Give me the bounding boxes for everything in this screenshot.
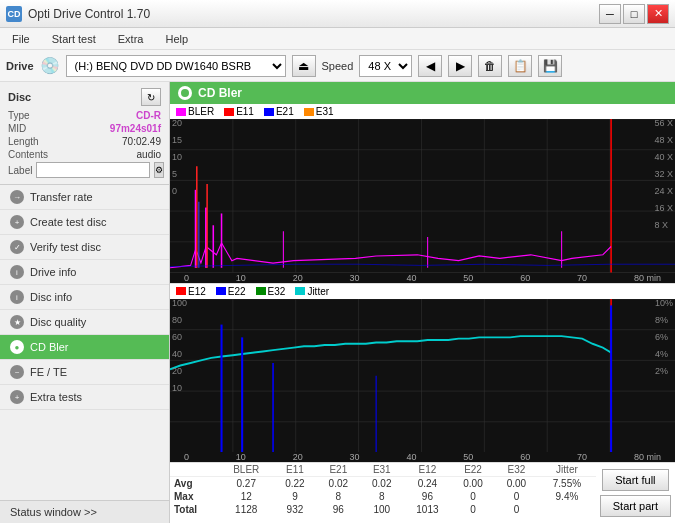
drive-icon: 💿 (40, 56, 60, 75)
sidebar-item-verify-test-disc[interactable]: ✓ Verify test disc (0, 235, 169, 260)
stats-avg-e11: 0.22 (273, 477, 316, 491)
disc-label-button[interactable]: ⚙ (154, 162, 164, 178)
menu-start-test[interactable]: Start test (46, 31, 102, 47)
chart-bottom-svg (170, 299, 675, 453)
disc-refresh-button[interactable]: ↻ (141, 88, 161, 106)
stats-max-e32: 0 (495, 490, 538, 503)
sidebar-item-disc-quality[interactable]: ★ Disc quality (0, 310, 169, 335)
stats-max-bler: 12 (219, 490, 273, 503)
content-area: CD Bler BLER E11 E21 (170, 82, 675, 523)
legend-e22-label: E22 (228, 286, 246, 297)
sidebar-item-transfer-rate[interactable]: → Transfer rate (0, 185, 169, 210)
eject-button[interactable]: ⏏ (292, 55, 316, 77)
disc-mid-label: MID (8, 123, 26, 134)
app-title: Opti Drive Control 1.70 (28, 7, 150, 21)
sidebar-item-cd-bler[interactable]: ● CD Bler (0, 335, 169, 360)
erase-button[interactable]: 🗑 (478, 55, 502, 77)
drive-bar: Drive 💿 (H:) BENQ DVD DD DW1640 BSRB ⏏ S… (0, 50, 675, 82)
stats-avg-bler: 0.27 (219, 477, 273, 491)
col-header-e31: E31 (360, 463, 403, 477)
stats-row-max: Max 12 9 8 8 96 0 0 9.4% (170, 490, 596, 503)
legend-e21: E21 (264, 106, 294, 117)
legend-bler-color (176, 108, 186, 116)
legend-bottom: E12 E22 E32 Jitter (170, 284, 675, 299)
sidebar-item-disc-info[interactable]: i Disc info (0, 285, 169, 310)
legend-e31: E31 (304, 106, 334, 117)
chart-top: BLER E11 E21 E31 (170, 104, 675, 284)
fe-te-icon: ~ (10, 365, 24, 379)
sidebar-item-drive-info[interactable]: i Drive info (0, 260, 169, 285)
legend-e32-color (256, 287, 266, 295)
sidebar-item-disc-quality-label: Disc quality (30, 316, 86, 328)
chart-top-svg (170, 119, 675, 273)
stats-table: BLER E11 E21 E31 E12 E22 E32 Jitter (170, 463, 596, 516)
close-button[interactable]: ✕ (647, 4, 669, 24)
action-buttons: Start full Start part (596, 463, 675, 523)
maximize-button[interactable]: □ (623, 4, 645, 24)
legend-e11-color (224, 108, 234, 116)
stats-avg-e32: 0.00 (495, 477, 538, 491)
stats-total-e11: 932 (273, 503, 316, 516)
start-part-button[interactable]: Start part (600, 495, 671, 517)
charts-area: BLER E11 E21 E31 (170, 104, 675, 523)
start-full-button[interactable]: Start full (602, 469, 668, 491)
col-header-e12: E12 (403, 463, 451, 477)
disc-label-label: Label (8, 165, 32, 176)
y-axis-left-bottom: 1008060402010 (170, 298, 187, 393)
legend-e12-color (176, 287, 186, 295)
main-layout: Disc ↻ Type CD-R MID 97m24s01f Length 70… (0, 82, 675, 523)
copy-button[interactable]: 📋 (508, 55, 532, 77)
disc-panel: Disc ↻ Type CD-R MID 97m24s01f Length 70… (0, 82, 169, 185)
menu-help[interactable]: Help (159, 31, 194, 47)
minimize-button[interactable]: ─ (599, 4, 621, 24)
legend-jitter-label: Jitter (307, 286, 329, 297)
drive-select[interactable]: (H:) BENQ DVD DD DW1640 BSRB (66, 55, 286, 77)
menu-file[interactable]: File (6, 31, 36, 47)
y-axis-right-bottom: 10%8%6%4%2% (655, 298, 675, 376)
sidebar-item-transfer-rate-label: Transfer rate (30, 191, 93, 203)
legend-jitter: Jitter (295, 286, 329, 297)
disc-label-input[interactable] (36, 162, 150, 178)
speed-right-button[interactable]: ▶ (448, 55, 472, 77)
legend-e32-label: E32 (268, 286, 286, 297)
col-header-e11: E11 (273, 463, 316, 477)
menu-extra[interactable]: Extra (112, 31, 150, 47)
x-axis-top: 01020304050607080 min (170, 273, 675, 283)
status-window-button[interactable]: Status window >> (0, 500, 169, 523)
sidebar: Disc ↻ Type CD-R MID 97m24s01f Length 70… (0, 82, 170, 523)
disc-quality-icon: ★ (10, 315, 24, 329)
sidebar-item-create-test-disc[interactable]: + Create test disc (0, 210, 169, 235)
speed-label: Speed (322, 60, 354, 72)
col-header-e21: E21 (317, 463, 360, 477)
legend-e31-label: E31 (316, 106, 334, 117)
stats-row-avg: Avg 0.27 0.22 0.02 0.02 0.24 0.00 0.00 7… (170, 477, 596, 491)
disc-contents-label: Contents (8, 149, 48, 160)
legend-e22-color (216, 287, 226, 295)
chart-title: CD Bler (198, 86, 242, 100)
save-button[interactable]: 💾 (538, 55, 562, 77)
sidebar-item-drive-info-label: Drive info (30, 266, 76, 278)
legend-e11: E11 (224, 106, 254, 117)
sidebar-item-create-test-disc-label: Create test disc (30, 216, 106, 228)
disc-mid-value: 97m24s01f (110, 123, 161, 134)
speed-select[interactable]: 48 X (359, 55, 412, 77)
disc-length-value: 70:02.49 (122, 136, 161, 147)
stats-total-e21: 96 (317, 503, 360, 516)
stats-row-total: Total 1128 932 96 100 1013 0 0 (170, 503, 596, 516)
col-header-e32: E32 (495, 463, 538, 477)
drive-info-icon: i (10, 265, 24, 279)
disc-title: Disc (8, 91, 31, 103)
stats-total-label: Total (170, 503, 219, 516)
stats-total-bler: 1128 (219, 503, 273, 516)
cd-bler-icon: ● (10, 340, 24, 354)
stats-max-e12: 96 (403, 490, 451, 503)
stats-total-jitter (538, 503, 596, 516)
legend-e12: E12 (176, 286, 206, 297)
sidebar-item-extra-tests[interactable]: + Extra tests (0, 385, 169, 410)
speed-left-button[interactable]: ◀ (418, 55, 442, 77)
sidebar-item-fe-te[interactable]: ~ FE / TE (0, 360, 169, 385)
disc-type-value: CD-R (136, 110, 161, 121)
col-header-empty (170, 463, 219, 477)
stats-max-label: Max (170, 490, 219, 503)
stats-total-e32: 0 (495, 503, 538, 516)
